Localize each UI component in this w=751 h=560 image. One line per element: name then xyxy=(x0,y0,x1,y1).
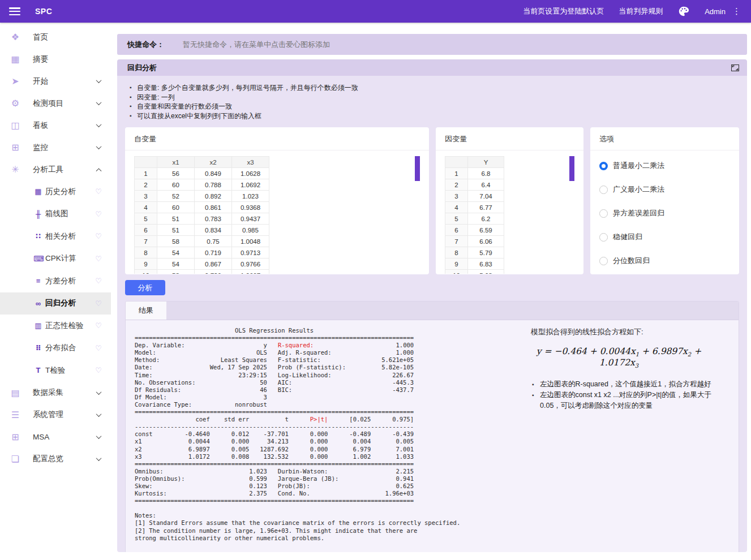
radio-icon[interactable] xyxy=(599,186,608,194)
row-index: 9 xyxy=(135,259,157,270)
chevron-down-icon xyxy=(96,433,102,439)
sidebar-item-data-collection[interactable]: ▤数据采集 xyxy=(0,382,111,404)
option-3[interactable]: 异方差误差回归 xyxy=(599,201,730,225)
table-row: 1560.8491.0628 xyxy=(135,168,269,179)
monitor-icon: ⊞ xyxy=(10,142,21,153)
sidebar-item-anova[interactable]: ≡方差分析♡ xyxy=(0,270,111,292)
dependent-variable-table[interactable]: Y16.826.437.0446.7756.266.5976.0685.7996… xyxy=(445,156,574,274)
sidebar-subitem-label: T检验 xyxy=(45,365,95,376)
sidebar-item-home[interactable]: ❖首页 xyxy=(0,26,111,48)
ols-regression-output: OLS Regression Results =================… xyxy=(135,327,531,542)
chevron-down-icon xyxy=(96,455,102,461)
sidebar-subitem-label: 相关分析 xyxy=(45,231,95,242)
row-index: 8 xyxy=(445,247,468,259)
chevron-down-icon xyxy=(96,100,102,105)
table-cell: 0.719 xyxy=(195,247,232,259)
instruction-item: 自变量和因变量的行数必须一致 xyxy=(130,102,739,111)
table-cell: 0.849 xyxy=(195,168,232,179)
table-cell: 60 xyxy=(157,202,195,213)
tab-results[interactable]: 结果 xyxy=(126,301,166,320)
current-rules-button[interactable]: 当前判异规则 xyxy=(619,6,663,16)
favorite-heart-icon[interactable]: ♡ xyxy=(95,344,102,352)
sidebar-item-msa[interactable]: ⊞MSA xyxy=(0,426,111,448)
row-index: 5 xyxy=(135,213,157,225)
independent-variables-table[interactable]: x1x2x31560.8491.06282600.7881.06923520.8… xyxy=(134,156,420,274)
sidebar-item-history-analysis[interactable]: ▦历史分析♡ xyxy=(0,180,111,203)
sidebar-item-t-test[interactable]: TT检验♡ xyxy=(0,359,111,382)
table-cell: 52 xyxy=(157,191,195,202)
option-4[interactable]: 稳健回归 xyxy=(599,225,730,249)
notebook-icon: ❏ xyxy=(10,454,21,464)
favorite-heart-icon[interactable]: ♡ xyxy=(95,366,102,374)
set-default-page-button[interactable]: 当前页设置为登陆默认页 xyxy=(523,6,604,16)
option-label: 分位数回归 xyxy=(613,256,650,266)
sidebar-item-box-plot[interactable]: ╫箱线图♡ xyxy=(0,203,111,226)
sidebar-item-inspection-items[interactable]: ⚙检测项目 xyxy=(0,92,111,114)
instruction-item: 可以直接从excel中复制列到下面的输入框 xyxy=(130,111,739,121)
explanation-item: 左边图表的R-squared，这个值越接近1，拟合方程越好 xyxy=(532,379,729,390)
row-index: 6 xyxy=(135,225,157,236)
favorite-heart-icon[interactable]: ♡ xyxy=(95,187,102,196)
table-cell: 0.861 xyxy=(195,202,232,213)
radio-selected-icon[interactable] xyxy=(599,162,608,170)
quick-commands-empty-text: 暂无快捷命令，请在菜单中点击爱心图标添加 xyxy=(183,40,330,50)
row-index: 8 xyxy=(135,247,157,259)
radio-icon[interactable] xyxy=(599,233,608,242)
sidebar-item-dashboard[interactable]: ◫看板 xyxy=(0,114,111,136)
favorite-heart-icon[interactable]: ♡ xyxy=(95,255,102,263)
sidebar-subitem-label: 回归分析 xyxy=(45,298,95,308)
sidebar-subitem-label: 分布拟合 xyxy=(45,343,95,353)
results-tabstrip: 结果 xyxy=(126,301,739,320)
radio-icon[interactable] xyxy=(599,209,608,218)
table-cell: 0.783 xyxy=(195,213,232,225)
vertical-scrollbar[interactable] xyxy=(569,156,574,274)
table-cell: 0.9766 xyxy=(232,259,269,270)
sidebar-item-analysis-tools[interactable]: ✳分析工具 xyxy=(0,158,111,180)
regression-panel: 回归分析 自变量: 多少个自变量就多少列，每列用逗号隔开，并且每行个数必须一致因… xyxy=(117,59,747,552)
favorite-heart-icon[interactable]: ♡ xyxy=(95,299,102,308)
sidebar-item-label: 分析工具 xyxy=(33,165,97,175)
results-panel: 结果 OLS Regression Results ==============… xyxy=(125,301,739,552)
sidebar-subitem-label: 方差分析 xyxy=(45,276,95,286)
theme-palette-icon[interactable] xyxy=(677,5,690,18)
vertical-scrollbar[interactable] xyxy=(415,156,420,274)
instruction-item: 因变量: 一列 xyxy=(130,93,739,102)
table-cell: 6.83 xyxy=(468,259,504,270)
home-icon: ❖ xyxy=(10,32,21,42)
table-row: 10530.7261.0667 xyxy=(135,270,269,274)
sidebar-item-regression-analysis[interactable]: ∞回归分析♡ xyxy=(0,292,111,315)
options-title: 选项 xyxy=(590,127,739,150)
start-send-icon: ➤ xyxy=(10,76,21,87)
sidebar-item-monitor[interactable]: ⊞监控 xyxy=(0,136,111,158)
radio-icon[interactable] xyxy=(599,257,608,265)
sidebar-item-config-overview[interactable]: ❏配置总览 xyxy=(0,448,111,470)
analyze-button[interactable]: 分析 xyxy=(125,280,165,295)
sidebar-item-start[interactable]: ➤开始 xyxy=(0,70,111,92)
options-card: 选项 普通最小二乘法广义最小二乘法异方差误差回归稳健回归分位数回归 xyxy=(590,127,739,274)
menu-hamburger-icon[interactable] xyxy=(9,7,20,15)
option-2[interactable]: 广义最小二乘法 xyxy=(599,178,730,201)
favorite-heart-icon[interactable]: ♡ xyxy=(95,277,102,285)
instruction-item: 自变量: 多少个自变量就多少列，每列用逗号隔开，并且每行个数必须一致 xyxy=(130,83,739,93)
table-corner-cell xyxy=(445,157,468,168)
sidebar-item-label: 摘要 xyxy=(33,54,103,64)
table-cell: 0.985 xyxy=(232,225,269,236)
sidebar-item-normality-test[interactable]: ▥正态性检验♡ xyxy=(0,315,111,337)
sidebar-item-distribution-fitting[interactable]: ⠿分布拟合♡ xyxy=(0,337,111,360)
favorite-heart-icon[interactable]: ♡ xyxy=(95,232,102,240)
regression-method-options: 普通最小二乘法广义最小二乘法异方差误差回归稳健回归分位数回归 xyxy=(590,150,739,274)
sidebar-item-system-management[interactable]: ☰系统管理 xyxy=(0,404,111,426)
table-cell: 7.04 xyxy=(468,191,504,202)
sidebar-item-summary[interactable]: ▦摘要 xyxy=(0,48,111,70)
kebab-menu-icon[interactable]: ⋮ xyxy=(732,6,741,16)
option-5[interactable]: 分位数回归 xyxy=(599,249,730,273)
sidebar-item-correlation-analysis[interactable]: ∷相关分析♡ xyxy=(0,225,111,248)
option-1[interactable]: 普通最小二乘法 xyxy=(599,154,730,178)
fullscreen-icon[interactable] xyxy=(731,64,739,71)
table-row: 56.2 xyxy=(445,213,504,225)
favorite-heart-icon[interactable]: ♡ xyxy=(95,210,102,218)
sidebar-item-cpk-calculation[interactable]: ⌨CPK计算♡ xyxy=(0,248,111,270)
favorite-heart-icon[interactable]: ♡ xyxy=(95,321,102,330)
table-row: 46.77 xyxy=(445,202,504,213)
admin-menu-button[interactable]: Admin xyxy=(705,7,726,16)
